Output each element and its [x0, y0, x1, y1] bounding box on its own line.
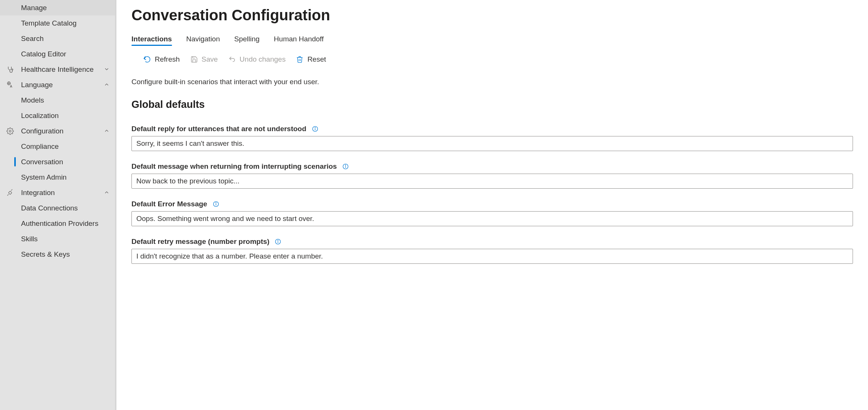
group-label: Integration	[21, 189, 104, 197]
main-content: Conversation Configuration Interactions …	[116, 0, 868, 410]
sidebar-item-models[interactable]: Models	[0, 92, 115, 108]
save-button: Save	[189, 54, 219, 65]
nav-label: Localization	[21, 112, 59, 120]
nav-label: Conversation	[21, 158, 63, 166]
sidebar-item-authentication-providers[interactable]: Authentication Providers	[0, 216, 115, 231]
svg-point-2	[9, 130, 11, 132]
chevron-down-icon	[104, 66, 110, 73]
nav-label: Skills	[21, 235, 38, 243]
field-default-error: Default Error Message	[131, 200, 853, 226]
section-heading: Global defaults	[131, 99, 853, 110]
nav-label: System Admin	[21, 173, 66, 182]
info-icon[interactable]	[312, 126, 319, 132]
undo-label: Undo changes	[240, 55, 286, 64]
nav-label: Template Catalog	[21, 19, 77, 27]
undo-button: Undo changes	[227, 54, 287, 65]
nav-label: Authentication Providers	[21, 219, 98, 228]
default-error-input[interactable]	[131, 211, 853, 226]
tab-human-handoff[interactable]: Human Handoff	[274, 35, 324, 45]
sidebar-item-template-catalog[interactable]: Template Catalog	[0, 15, 115, 31]
save-icon	[190, 56, 198, 63]
group-label: Language	[21, 81, 104, 89]
tab-navigation[interactable]: Navigation	[186, 35, 220, 45]
nav-label: Catalog Editor	[21, 50, 66, 58]
sidebar-item-search[interactable]: Search	[0, 31, 115, 46]
sidebar-item-localization[interactable]: Localization	[0, 108, 115, 123]
language-icon	[6, 81, 14, 89]
returning-interrupt-input[interactable]	[131, 174, 853, 189]
gear-icon	[6, 127, 14, 135]
chevron-up-icon	[104, 82, 110, 88]
svg-rect-3	[8, 191, 12, 194]
sidebar-group-configuration[interactable]: Configuration	[0, 123, 115, 139]
trash-icon	[296, 56, 303, 63]
undo-icon	[228, 56, 236, 63]
chevron-up-icon	[104, 128, 110, 135]
svg-point-15	[278, 240, 278, 241]
sidebar-item-catalog-editor[interactable]: Catalog Editor	[0, 46, 115, 62]
sidebar-item-data-connections[interactable]: Data Connections	[0, 200, 115, 216]
sidebar-item-conversation[interactable]: Conversation	[0, 154, 115, 169]
reset-button[interactable]: Reset	[294, 54, 328, 65]
number-retry-input[interactable]	[131, 249, 853, 264]
sidebar: Manage Template Catalog Search Catalog E…	[0, 0, 116, 410]
svg-point-0	[12, 69, 13, 70]
group-label: Healthcare Intelligence	[21, 65, 104, 74]
info-icon[interactable]	[213, 201, 219, 207]
refresh-button[interactable]: Refresh	[142, 54, 181, 65]
svg-point-6	[315, 127, 315, 128]
reset-label: Reset	[307, 55, 326, 64]
tabs: Interactions Navigation Spelling Human H…	[131, 35, 853, 45]
field-label: Default message when returning from inte…	[131, 162, 337, 171]
sidebar-group-language[interactable]: Language	[0, 77, 115, 92]
nav-label: Data Connections	[21, 204, 78, 212]
sidebar-item-skills[interactable]: Skills	[0, 231, 115, 247]
sidebar-group-integration[interactable]: Integration	[0, 185, 115, 200]
nav-label: Manage	[21, 4, 47, 12]
nav-label: Compliance	[21, 142, 59, 151]
toolbar: Refresh Save Undo changes Reset	[131, 54, 853, 65]
tab-interactions[interactable]: Interactions	[131, 35, 172, 45]
field-default-not-understood: Default reply for utterances that are no…	[131, 125, 853, 151]
svg-point-12	[216, 203, 216, 203]
info-icon[interactable]	[342, 163, 349, 170]
chevron-up-icon	[104, 189, 110, 196]
sidebar-item-system-admin[interactable]: System Admin	[0, 169, 115, 185]
sidebar-item-secrets-keys[interactable]: Secrets & Keys	[0, 247, 115, 262]
info-icon[interactable]	[275, 238, 281, 245]
field-number-retry: Default retry message (number prompts)	[131, 238, 853, 264]
refresh-icon	[143, 56, 151, 63]
sidebar-item-compliance[interactable]: Compliance	[0, 139, 115, 154]
nav-label: Search	[21, 35, 44, 43]
svg-point-9	[345, 165, 346, 165]
field-label: Default retry message (number prompts)	[131, 238, 269, 246]
refresh-label: Refresh	[155, 55, 180, 64]
field-label: Default Error Message	[131, 200, 207, 208]
field-returning-interrupt: Default message when returning from inte…	[131, 162, 853, 189]
sidebar-item-manage[interactable]: Manage	[0, 0, 115, 15]
field-label: Default reply for utterances that are no…	[131, 125, 306, 133]
plug-icon	[6, 189, 14, 197]
sidebar-group-healthcare-intelligence[interactable]: Healthcare Intelligence	[0, 62, 115, 77]
default-not-understood-input[interactable]	[131, 136, 853, 151]
nav-label: Models	[21, 96, 44, 104]
nav-label: Secrets & Keys	[21, 250, 70, 259]
group-label: Configuration	[21, 127, 104, 135]
tab-spelling[interactable]: Spelling	[234, 35, 260, 45]
save-label: Save	[202, 55, 218, 64]
section-intro: Configure built-in scenarios that intera…	[131, 78, 853, 86]
page-title: Conversation Configuration	[131, 7, 853, 24]
stethoscope-icon	[6, 65, 14, 74]
